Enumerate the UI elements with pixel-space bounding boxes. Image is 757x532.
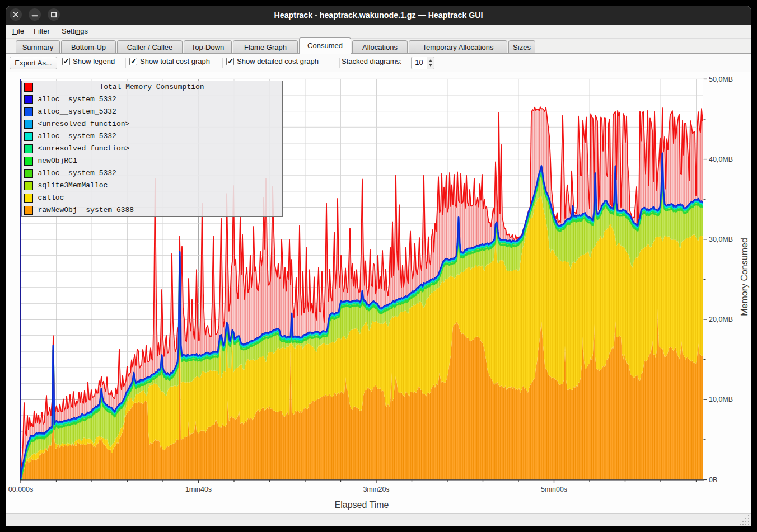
- svg-text:Memory Consumed: Memory Consumed: [740, 238, 749, 316]
- svg-text:50,0MB: 50,0MB: [709, 76, 733, 83]
- svg-text:10,0MB: 10,0MB: [709, 396, 733, 403]
- svg-text:3min20s: 3min20s: [363, 486, 389, 493]
- svg-text:40,0MB: 40,0MB: [709, 156, 733, 163]
- svg-text:30,0MB: 30,0MB: [709, 236, 733, 243]
- svg-text:0B: 0B: [709, 476, 717, 484]
- svg-text:5min00s: 5min00s: [541, 486, 567, 493]
- svg-text:1min40s: 1min40s: [185, 486, 212, 493]
- svg-text:20,0MB: 20,0MB: [709, 316, 733, 323]
- svg-text:00.000s: 00.000s: [8, 486, 33, 493]
- svg-text:Elapsed Time: Elapsed Time: [335, 500, 389, 510]
